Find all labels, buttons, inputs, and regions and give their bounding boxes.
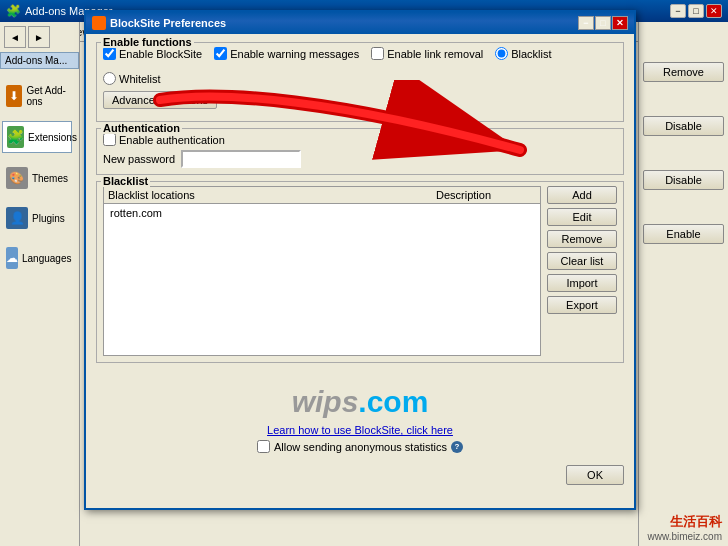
- sidebar: ◄ ► Add-ons Ma... ⬇ Get Add-ons 🧩 Extens…: [0, 22, 80, 546]
- checkbox-row-1: Enable BlockSite Enable warning messages…: [103, 47, 617, 85]
- help-icon[interactable]: ?: [451, 441, 463, 453]
- nav-back-button[interactable]: ◄: [4, 26, 26, 48]
- whitelist-radio-label: Whitelist: [119, 73, 161, 85]
- dialog-win-controls: − □ ✕: [578, 16, 628, 30]
- enable-functions-group: Enable functions Enable BlockSite Enable…: [96, 42, 624, 122]
- remove-button[interactable]: Remove: [643, 62, 724, 82]
- enable-blocksite-label: Enable BlockSite: [119, 48, 202, 60]
- nav-arrows: ◄ ►: [0, 22, 79, 52]
- sidebar-item-extensions[interactable]: ⬇ Get Add-ons: [2, 81, 72, 111]
- blocksite-icon: [92, 16, 106, 30]
- dialog-titlebar: BlockSite Preferences − □ ✕: [86, 12, 634, 34]
- blacklist-title: Blacklist: [101, 175, 150, 187]
- authentication-title: Authentication: [101, 122, 182, 134]
- com-text: .com: [358, 385, 428, 418]
- enable-warning-label: Enable warning messages: [230, 48, 359, 60]
- watermark: 生活百科 www.bimeiz.com: [648, 513, 722, 542]
- blocksite-preferences-dialog: BlockSite Preferences − □ ✕ Enable funct…: [84, 10, 636, 510]
- watermark-top: 生活百科: [648, 513, 722, 531]
- user-icon: 👤: [6, 207, 28, 229]
- browser-minimize-button[interactable]: −: [670, 4, 686, 18]
- sidebar-nav: ⬇ Get Add-ons 🧩 Extensions 🎨 Themes 👤 Pl…: [0, 77, 79, 279]
- whitelist-radio-item: Whitelist: [103, 72, 161, 85]
- dialog-close-button[interactable]: ✕: [612, 16, 628, 30]
- enable-link-removal-checkbox[interactable]: [371, 47, 384, 60]
- password-row: New password: [103, 150, 617, 168]
- puzzle-icon: 🧩: [7, 126, 24, 148]
- enable-link-removal-item: Enable link removal: [371, 47, 483, 60]
- dialog-footer: wips.com Learn how to use BlockSite, cli…: [86, 377, 634, 465]
- anon-row: Allow sending anonymous statistics ?: [96, 440, 624, 453]
- dialog-title-area: BlockSite Preferences: [92, 16, 226, 30]
- wrench-icon: 🎨: [6, 167, 28, 189]
- blacklist-table-header: Blacklist locations Description: [104, 187, 540, 204]
- edit-button[interactable]: Edit: [547, 208, 617, 226]
- remove-site-button[interactable]: Remove: [547, 230, 617, 248]
- cloud-icon: ☁: [6, 247, 18, 269]
- export-button[interactable]: Export: [547, 296, 617, 314]
- browser-maximize-button[interactable]: □: [688, 4, 704, 18]
- enable-warning-item: Enable warning messages: [214, 47, 359, 60]
- dialog-body: Enable functions Enable BlockSite Enable…: [86, 34, 634, 377]
- blacklist-radio-item: Blacklist: [495, 47, 551, 60]
- import-button[interactable]: Import: [547, 274, 617, 292]
- enable-button[interactable]: Enable: [643, 224, 724, 244]
- install-icon: ⬇: [6, 85, 22, 107]
- clear-list-button[interactable]: Clear list: [547, 252, 617, 270]
- enable-blocksite-checkbox[interactable]: [103, 47, 116, 60]
- enable-auth-item: Enable authentication: [103, 133, 617, 146]
- dialog-minimize-button[interactable]: −: [578, 16, 594, 30]
- browser-win-controls: − □ ✕: [670, 4, 722, 18]
- sidebar-item-active[interactable]: 🧩 Extensions: [2, 121, 72, 153]
- enable-warning-checkbox[interactable]: [214, 47, 227, 60]
- blacklist-table: Blacklist locations Description rotten.c…: [103, 186, 541, 356]
- blacklist-container: Blacklist locations Description rotten.c…: [103, 186, 617, 356]
- learn-link[interactable]: Learn how to use BlockSite, click here: [96, 424, 624, 436]
- blacklist-action-buttons: Add Edit Remove Clear list Import Export: [547, 186, 617, 356]
- wips-text: wips: [292, 385, 359, 418]
- ok-button[interactable]: OK: [566, 465, 624, 485]
- disable-button-1[interactable]: Disable: [643, 116, 724, 136]
- blacklist-table-body: rotten.com: [104, 204, 540, 222]
- password-input[interactable]: [181, 150, 301, 168]
- wips-logo: wips.com: [96, 383, 624, 420]
- dialog-title: BlockSite Preferences: [110, 17, 226, 29]
- advanced-functions-button[interactable]: Advanced functions: [103, 91, 217, 109]
- add-button[interactable]: Add: [547, 186, 617, 204]
- browser-close-button[interactable]: ✕: [706, 4, 722, 18]
- dialog-maximize-button[interactable]: □: [595, 16, 611, 30]
- whitelist-radio[interactable]: [103, 72, 116, 85]
- table-row[interactable]: rotten.com: [108, 206, 536, 220]
- enable-functions-title: Enable functions: [101, 36, 194, 48]
- col-description-header: Description: [436, 189, 536, 201]
- ok-row: OK: [86, 465, 634, 493]
- anon-stats-checkbox[interactable]: [257, 440, 270, 453]
- browser-icon: 🧩: [6, 4, 21, 18]
- col-location-header: Blacklist locations: [108, 189, 436, 201]
- disable-button-2[interactable]: Disable: [643, 170, 724, 190]
- sidebar-item-languages[interactable]: ☁ Languages: [2, 243, 72, 273]
- right-panel: Remove Disable Disable Enable: [638, 22, 728, 546]
- enable-link-removal-label: Enable link removal: [387, 48, 483, 60]
- enable-auth-checkbox[interactable]: [103, 133, 116, 146]
- watermark-bottom: www.bimeiz.com: [648, 531, 722, 542]
- blacklist-radio[interactable]: [495, 47, 508, 60]
- anon-stats-label: Allow sending anonymous statistics: [274, 441, 447, 453]
- addons-manager-label[interactable]: Add-ons Ma...: [0, 52, 79, 69]
- enable-blocksite-item: Enable BlockSite: [103, 47, 202, 60]
- blacklist-group: Blacklist Blacklist locations Descriptio…: [96, 181, 624, 363]
- enable-auth-label: Enable authentication: [119, 134, 225, 146]
- sidebar-item-themes[interactable]: 🎨 Themes: [2, 163, 72, 193]
- nav-forward-button[interactable]: ►: [28, 26, 50, 48]
- blacklist-radio-label: Blacklist: [511, 48, 551, 60]
- sidebar-item-plugins[interactable]: 👤 Plugins: [2, 203, 72, 233]
- new-password-label: New password: [103, 153, 175, 165]
- authentication-group: Authentication Enable authentication New…: [96, 128, 624, 175]
